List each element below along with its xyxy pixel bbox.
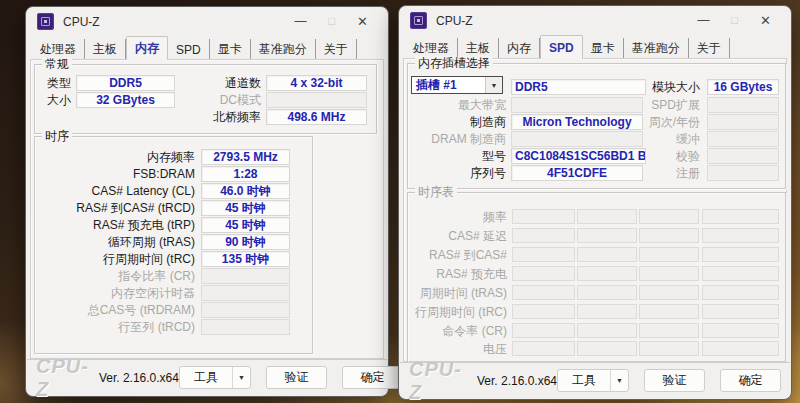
timing-field: 46.0 时钟 — [201, 183, 290, 199]
ttable-cell — [577, 247, 637, 262]
tab-mainboard[interactable]: 主板 — [458, 38, 499, 58]
correction-field — [707, 148, 779, 164]
ttable-cell — [577, 341, 637, 356]
ttable-cell — [639, 209, 699, 224]
tools-button[interactable]: 工具 — [558, 370, 610, 391]
nb-frequency-field: 498.6 MHz — [266, 109, 367, 125]
ttable-cell — [702, 209, 779, 224]
ttable-cell — [702, 266, 779, 281]
tools-dropdown-icon[interactable]: ▼ — [610, 370, 628, 391]
buffered-field — [707, 131, 779, 147]
slot-select-dropdown[interactable]: 插槽 #1 ▼ — [411, 76, 503, 94]
tab-memory[interactable]: 内存 — [126, 36, 168, 59]
ttable-cell — [702, 247, 779, 262]
ttable-cell — [639, 266, 699, 281]
manufacturer-label: 制造商 — [410, 114, 506, 130]
size-field: 32 GBytes — [76, 92, 175, 108]
group-timings: 时序 内存频率 2793.5 MHz FSB:DRAM 1:28 CAS# La… — [34, 136, 313, 354]
cpuz-window-memory: CPU-Z — □ ✕ 处理器 主板 内存 SPD 显卡 基准跑分 关于 常规 … — [25, 6, 389, 397]
ttable-cell — [512, 228, 575, 243]
tab-about[interactable]: 关于 — [689, 38, 730, 58]
minimize-icon[interactable]: — — [285, 7, 316, 36]
ttable-cell — [512, 209, 575, 224]
timing-field: 45 时钟 — [201, 200, 290, 216]
ttable-cell — [512, 285, 575, 300]
ttable-cell — [512, 247, 575, 262]
type-label: 类型 — [37, 75, 71, 91]
nb-frequency-label: 北桥频率 — [169, 109, 261, 125]
maximize-icon: □ — [316, 7, 347, 36]
max-bandwidth-field — [511, 97, 643, 113]
buffered-label: 缓冲 — [636, 131, 700, 147]
ttable-cell — [639, 323, 699, 338]
ttable-cell — [577, 323, 637, 338]
tab-cpu[interactable]: 处理器 — [405, 38, 458, 58]
tab-spd[interactable]: SPD — [540, 35, 583, 58]
ttable-row-label: 周期时间 (tRAS) — [408, 285, 507, 301]
timing-label: FSB:DRAM — [35, 166, 195, 182]
module-size-label: 模块大小 — [636, 79, 700, 95]
tools-split-button[interactable]: 工具 ▼ — [179, 366, 251, 389]
chevron-down-icon[interactable]: ▼ — [485, 77, 502, 93]
window-title: CPU-Z — [436, 14, 473, 28]
tab-spd[interactable]: SPD — [168, 39, 210, 59]
tab-bench[interactable]: 基准跑分 — [251, 39, 316, 59]
ttable-cell — [512, 304, 575, 319]
group-timings-table: 时序表 频率 CAS# 延迟 RAS# 到CAS# RAS# 预充电 周期时间 … — [407, 192, 786, 364]
spd-ext-field — [707, 97, 779, 113]
group-slot-legend: 内存插槽选择 — [415, 56, 493, 70]
serial-number-field: 4F51CDFE — [511, 165, 643, 181]
titlebar[interactable]: CPU-Z — □ ✕ — [26, 7, 388, 36]
tab-graphics[interactable]: 显卡 — [210, 39, 251, 59]
tab-about[interactable]: 关于 — [316, 39, 357, 59]
tools-split-button[interactable]: 工具 ▼ — [557, 369, 629, 392]
ok-button[interactable]: 确定 — [342, 366, 403, 389]
ttable-row-label: 行周期时间 (tRC) — [408, 304, 507, 320]
ttable-cell — [639, 304, 699, 319]
memory-type-field: DDR5 — [511, 79, 646, 95]
validate-button[interactable]: 验证 — [266, 366, 327, 389]
module-size-field: 16 GBytes — [707, 79, 779, 95]
correction-label: 校验 — [636, 148, 700, 164]
ttable-cell — [702, 323, 779, 338]
maximize-icon: □ — [719, 6, 750, 35]
tabstrip: 处理器 主板 内存 SPD 显卡 基准跑分 关于 — [32, 39, 357, 59]
close-icon[interactable]: ✕ — [750, 6, 781, 35]
tab-graphics[interactable]: 显卡 — [583, 38, 624, 58]
spd-ext-label: SPD扩展 — [636, 97, 700, 113]
timing-label: 内存频率 — [35, 149, 195, 165]
timing-field: 135 时钟 — [201, 251, 290, 267]
dram-manufacturer-field — [511, 131, 643, 147]
ttable-row-label: 频率 — [408, 209, 507, 225]
ttable-row-label: RAS# 预充电 — [408, 266, 507, 282]
week-year-field — [707, 114, 779, 130]
timing-label: CAS# Latency (CL) — [35, 183, 195, 199]
tools-button[interactable]: 工具 — [180, 367, 232, 388]
tools-dropdown-icon[interactable]: ▼ — [232, 367, 250, 388]
timing-field — [201, 285, 290, 301]
registered-field — [707, 165, 779, 181]
validate-button[interactable]: 验证 — [644, 369, 705, 392]
timing-label: 总CAS号 (tRDRAM) — [35, 302, 195, 318]
window-title: CPU-Z — [63, 15, 100, 29]
tab-bench[interactable]: 基准跑分 — [624, 38, 689, 58]
timing-field — [201, 268, 290, 284]
channels-field: 4 x 32-bit — [266, 75, 367, 91]
titlebar[interactable]: CPU-Z — □ ✕ — [399, 6, 791, 35]
max-bandwidth-label: 最大带宽 — [410, 97, 506, 113]
ttable-row-label: 命令率 (CR) — [408, 323, 507, 339]
minimize-icon[interactable]: — — [688, 6, 719, 35]
tab-mainboard[interactable]: 主板 — [85, 39, 126, 59]
group-general-legend: 常规 — [42, 57, 72, 71]
serial-number-label: 序列号 — [410, 165, 506, 181]
ttable-row-label: CAS# 延迟 — [408, 228, 507, 244]
ttable-cell — [702, 228, 779, 243]
tab-memory[interactable]: 内存 — [499, 38, 540, 58]
ok-button[interactable]: 确定 — [720, 369, 781, 392]
group-timings-legend: 时序 — [42, 129, 72, 143]
ttable-cell — [702, 304, 779, 319]
close-icon[interactable]: ✕ — [347, 7, 378, 36]
group-slot-selection: 内存插槽选择 插槽 #1 ▼ DDR5 模块大小 16 GBytes 最大带宽 … — [407, 63, 786, 189]
tab-cpu[interactable]: 处理器 — [32, 39, 85, 59]
version-text: Ver. 2.16.0.x64 — [477, 374, 557, 388]
